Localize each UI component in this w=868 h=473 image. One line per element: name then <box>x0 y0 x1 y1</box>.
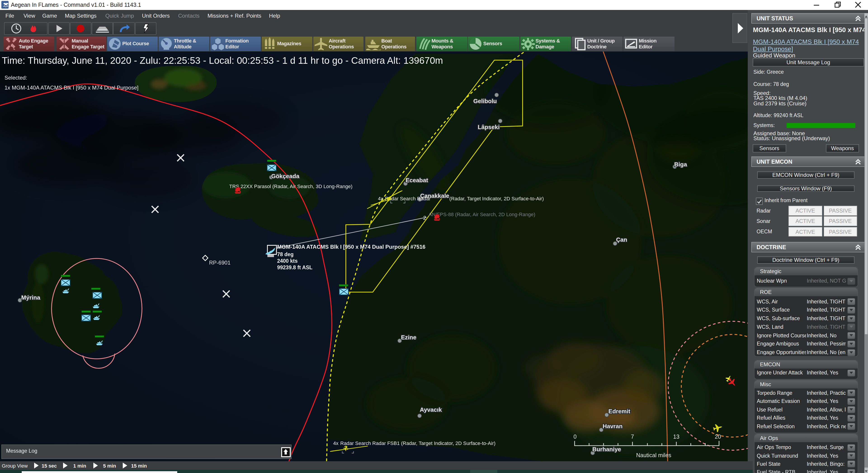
svg-text:(Radar, Target Indicator, 2D S: (Radar, Target Indicator, 2D Surface-to-… <box>450 196 544 201</box>
svg-text:AN/FPS-88 (Radar, Air Search,: AN/FPS-88 (Radar, Air Search, 2D Long-Ra… <box>429 211 535 217</box>
svg-text:RP-6901: RP-6901 <box>209 259 230 265</box>
svg-text:2400 kts: 2400 kts <box>277 258 298 264</box>
svg-text:20: 20 <box>715 433 721 440</box>
svg-text:2: 2 <box>423 214 426 221</box>
svg-text:78 deg: 78 deg <box>277 251 293 257</box>
svg-text:Biga: Biga <box>674 161 687 168</box>
svg-text:MGM-140A ATACMS Blk I [950 x M: MGM-140A ATACMS Blk I [950 x M74 Dual Pu… <box>277 243 426 249</box>
svg-text:0: 0 <box>574 433 577 440</box>
svg-text:Lâpseki: Lâpseki <box>478 123 500 130</box>
svg-text:1x MGM-140A ATACMS Blk I [950: 1x MGM-140A ATACMS Blk I [950 x M74 Dual… <box>4 84 138 90</box>
svg-text:13: 13 <box>673 433 680 440</box>
svg-text:Mýrina: Mýrina <box>21 294 40 301</box>
svg-text:Time: Thursday, June 11, 2020: Time: Thursday, June 11, 2020 - Zulu: 22… <box>2 55 443 65</box>
svg-text:4xRadar Search Radar FSB1 (Rad: 4xRadar Search Radar FSB1 (Radar, Target… <box>333 440 495 446</box>
svg-text:Ayvacık: Ayvacık <box>420 406 442 413</box>
svg-text:Havran: Havran <box>602 422 622 430</box>
svg-text:7: 7 <box>631 433 634 440</box>
svg-text:99239.8 ft ASL: 99239.8 ft ASL <box>277 264 312 270</box>
svg-text:Edremit: Edremit <box>609 408 630 414</box>
svg-text:Gelibolu: Gelibolu <box>473 97 497 104</box>
svg-text:Selected:: Selected: <box>4 75 27 81</box>
svg-text:Ezine: Ezine <box>401 334 416 341</box>
svg-text:Nautical miles: Nautical miles <box>636 452 671 458</box>
svg-text:Çan: Çan <box>616 236 627 243</box>
svg-text:Burhaniye: Burhaniye <box>592 446 621 452</box>
svg-text:Eceabat: Eceabat <box>405 177 428 183</box>
svg-text:TRS 22XX Parasol (Radar, Air S: TRS 22XX Parasol (Radar, Air Search, 3D … <box>229 183 352 189</box>
svg-text:Gökçeada: Gökçeada <box>271 173 300 179</box>
